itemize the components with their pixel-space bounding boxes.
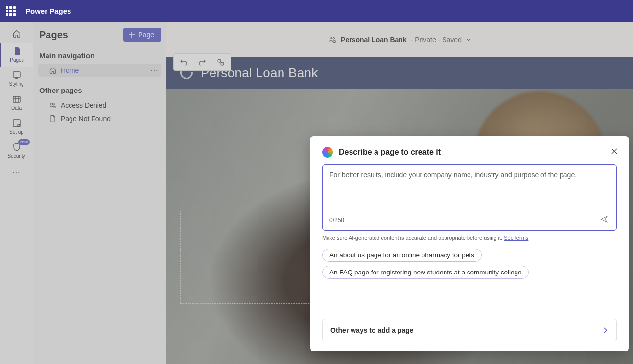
product-name: Power Pages bbox=[25, 7, 71, 15]
svg-point-5 bbox=[53, 104, 55, 105]
svg-rect-0 bbox=[13, 72, 20, 77]
rail-label: Security bbox=[7, 153, 25, 159]
rail-label: Styling bbox=[9, 81, 23, 87]
main-nav-heading: Main navigation bbox=[38, 49, 161, 64]
svg-point-7 bbox=[333, 37, 334, 39]
item-more-icon[interactable]: ⋯ bbox=[150, 66, 159, 75]
nav-item-not-found[interactable]: Page Not Found bbox=[38, 112, 161, 126]
canvas-toolbar bbox=[173, 53, 231, 71]
chevron-right-icon bbox=[602, 327, 609, 334]
prompt-textarea[interactable] bbox=[329, 171, 610, 214]
other-pages-heading: Other pages bbox=[38, 84, 161, 98]
close-icon bbox=[611, 148, 618, 155]
site-name: Personal Loan Bank bbox=[341, 36, 407, 44]
nav-item-label: Access Denied bbox=[61, 101, 106, 109]
prompt-input-container: 0/250 bbox=[322, 164, 617, 231]
nav-item-label: Page Not Found bbox=[61, 115, 111, 123]
people-icon bbox=[49, 101, 57, 109]
rail-home-button[interactable] bbox=[0, 25, 33, 43]
svg-rect-2 bbox=[13, 120, 20, 127]
undo-icon bbox=[180, 58, 188, 66]
rail-label: Pages bbox=[10, 57, 23, 63]
rail-item-pages[interactable]: Pages bbox=[0, 43, 33, 67]
add-page-button[interactable]: Page bbox=[123, 28, 161, 42]
rail-label: Data bbox=[11, 105, 22, 111]
suggestion-chip[interactable]: An FAQ page for registering new students… bbox=[322, 266, 529, 279]
new-badge: New bbox=[18, 139, 30, 145]
svg-rect-8 bbox=[333, 40, 336, 42]
svg-point-3 bbox=[17, 124, 19, 126]
nav-item-access-denied[interactable]: Access Denied bbox=[38, 98, 161, 112]
send-button[interactable] bbox=[599, 214, 610, 227]
character-count: 0/250 bbox=[329, 217, 344, 224]
ai-disclaimer: Make sure AI-generated content is accura… bbox=[322, 235, 617, 241]
site-selector[interactable]: Personal Loan Bank - Private - Saved bbox=[328, 35, 471, 44]
redo-button[interactable] bbox=[195, 55, 209, 69]
rail-label: Set up bbox=[9, 129, 23, 135]
page-icon bbox=[49, 115, 57, 123]
site-header: Personal Loan Bank bbox=[166, 57, 633, 89]
data-icon bbox=[12, 94, 22, 104]
redo-icon bbox=[198, 58, 206, 66]
rail-item-security[interactable]: New Security bbox=[0, 138, 33, 162]
other-ways-label: Other ways to add a page bbox=[330, 326, 414, 334]
chevron-down-icon bbox=[466, 37, 471, 43]
home-icon bbox=[12, 29, 21, 38]
copilot-logo-icon bbox=[322, 147, 333, 158]
copilot-panel-title: Describe a page to create it bbox=[339, 148, 441, 157]
site-status: - Private - Saved bbox=[411, 36, 462, 44]
plus-icon bbox=[128, 31, 135, 38]
close-button[interactable] bbox=[609, 146, 620, 159]
rail-item-styling[interactable]: Styling bbox=[0, 67, 33, 91]
app-launcher-icon[interactable] bbox=[6, 6, 16, 16]
zoom-icon bbox=[217, 58, 225, 66]
copilot-create-page-panel: Describe a page to create it 0/250 Make … bbox=[310, 136, 629, 351]
global-topbar: Power Pages bbox=[0, 0, 633, 22]
rail-more-button[interactable]: ⋯ bbox=[0, 162, 33, 182]
page-icon bbox=[12, 46, 22, 56]
nav-item-home[interactable]: Home ⋯ bbox=[38, 64, 161, 77]
home-icon bbox=[49, 67, 57, 74]
nav-item-label: Home bbox=[61, 67, 79, 74]
send-icon bbox=[600, 215, 609, 224]
other-ways-button[interactable]: Other ways to add a page bbox=[322, 319, 617, 341]
suggestion-chip[interactable]: An about us page for an online pharmacy … bbox=[322, 249, 482, 262]
styling-icon bbox=[12, 70, 22, 80]
rail-item-setup[interactable]: Set up bbox=[0, 114, 33, 138]
people-lock-icon bbox=[328, 35, 337, 44]
svg-point-6 bbox=[330, 37, 332, 39]
setup-icon bbox=[12, 118, 22, 128]
left-rail: Pages Styling Data Set up New Security ⋯ bbox=[0, 22, 33, 364]
pages-side-panel: Pages Page Main navigation Home ⋯ Other … bbox=[33, 22, 166, 364]
zoom-button[interactable] bbox=[214, 55, 228, 69]
rail-item-data[interactable]: Data bbox=[0, 91, 33, 114]
undo-button[interactable] bbox=[177, 55, 190, 69]
add-page-label: Page bbox=[138, 31, 154, 39]
canvas-header: Personal Loan Bank - Private - Saved bbox=[166, 22, 633, 57]
see-terms-link[interactable]: See terms bbox=[504, 235, 528, 241]
svg-rect-1 bbox=[13, 96, 20, 102]
svg-point-4 bbox=[51, 103, 53, 105]
panel-title: Pages bbox=[39, 29, 68, 41]
